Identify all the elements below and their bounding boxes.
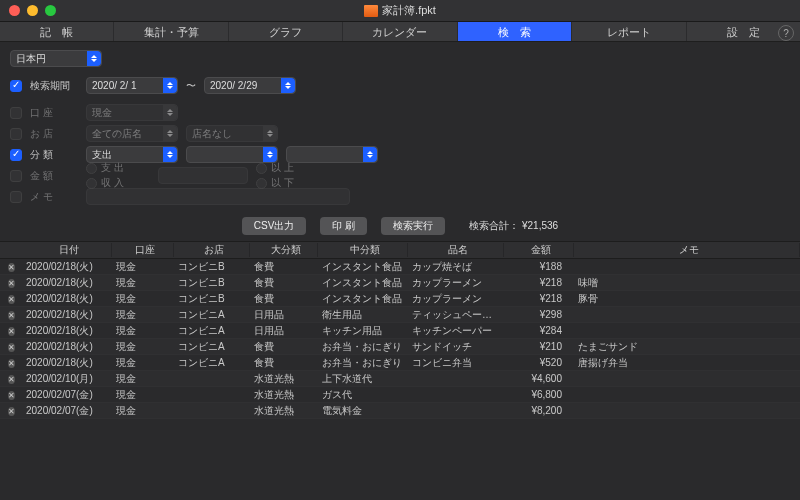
delete-icon[interactable]: ✕ bbox=[8, 375, 15, 384]
table-row[interactable]: ✕2020/02/10(月)現金水道光熱上下水道代¥4,600 bbox=[0, 371, 800, 387]
shop-select[interactable]: 全ての店名 bbox=[86, 125, 178, 142]
tab-calendar[interactable]: カレンダー bbox=[343, 22, 457, 41]
col-amount[interactable]: 金額 bbox=[504, 243, 574, 257]
cell-sub: お弁当・おにぎり bbox=[318, 340, 408, 354]
total-value: ¥21,536 bbox=[522, 220, 558, 231]
cell-shop: コンビニA bbox=[174, 324, 250, 338]
tab-report[interactable]: レポート bbox=[572, 22, 686, 41]
delete-icon[interactable]: ✕ bbox=[8, 295, 15, 304]
date-from-value: 2020/ 2/ 1 bbox=[92, 78, 136, 93]
amount-checkbox[interactable] bbox=[10, 170, 22, 182]
shop-value: 全ての店名 bbox=[92, 126, 160, 141]
app-icon bbox=[364, 5, 378, 17]
minimize-icon[interactable] bbox=[27, 5, 38, 16]
search-total: 検索合計： ¥21,536 bbox=[469, 219, 558, 233]
col-memo[interactable]: メモ bbox=[574, 243, 800, 257]
delete-icon[interactable]: ✕ bbox=[8, 263, 15, 272]
tab-summary[interactable]: 集計・予算 bbox=[114, 22, 228, 41]
delete-icon[interactable]: ✕ bbox=[8, 343, 15, 352]
table-row[interactable]: ✕2020/02/18(火)現金コンビニA日用品衛生用品ティッシュペー…¥298 bbox=[0, 307, 800, 323]
cell-shop: コンビニA bbox=[174, 356, 250, 370]
shop-checkbox[interactable] bbox=[10, 128, 22, 140]
delete-icon[interactable]: ✕ bbox=[8, 327, 15, 336]
memo-checkbox[interactable] bbox=[10, 191, 22, 203]
col-item[interactable]: 品名 bbox=[408, 243, 504, 257]
print-button[interactable]: 印 刷 bbox=[320, 217, 367, 235]
title-text: 家計簿.fpkt bbox=[382, 3, 436, 18]
search-run-button[interactable]: 検索実行 bbox=[381, 217, 445, 235]
delete-icon[interactable]: ✕ bbox=[8, 279, 15, 288]
cell-amount: ¥4,600 bbox=[504, 373, 574, 384]
table-row[interactable]: ✕2020/02/18(火)現金コンビニA日用品キッチン用品キッチンペーパー¥2… bbox=[0, 323, 800, 339]
cell-memo: 唐揚げ弁当 bbox=[574, 356, 800, 370]
cell-sub: 電気料金 bbox=[318, 404, 408, 418]
cell-date: 2020/02/18(火) bbox=[22, 276, 112, 290]
tab-ledger[interactable]: 記 帳 bbox=[0, 22, 114, 41]
results-table: 日付 口座 お店 大分類 中分類 品名 金額 メモ ✕2020/02/18(火)… bbox=[0, 241, 800, 465]
cell-item: キッチンペーパー bbox=[408, 324, 504, 338]
cell-date: 2020/02/18(火) bbox=[22, 340, 112, 354]
main-tabs: 記 帳 集計・予算 グラフ カレンダー 検 索 レポート 設 定 bbox=[0, 22, 800, 42]
account-value: 現金 bbox=[92, 105, 130, 120]
cell-sub: 衛生用品 bbox=[318, 308, 408, 322]
cell-amount: ¥298 bbox=[504, 309, 574, 320]
cell-date: 2020/02/18(火) bbox=[22, 308, 112, 322]
cell-account: 現金 bbox=[112, 388, 174, 402]
account-select[interactable]: 現金 bbox=[86, 104, 178, 121]
currency-select[interactable]: 日本円 bbox=[10, 50, 102, 67]
period-checkbox[interactable] bbox=[10, 80, 22, 92]
amount-input[interactable] bbox=[158, 167, 248, 184]
col-cat[interactable]: 大分類 bbox=[250, 243, 318, 257]
radio-gte-label: 以 上 bbox=[271, 161, 294, 175]
shop-select-2[interactable]: 店名なし bbox=[186, 125, 278, 142]
help-icon[interactable]: ? bbox=[778, 25, 794, 41]
table-row[interactable]: ✕2020/02/18(火)現金コンビニA食費お弁当・おにぎりサンドイッチ¥21… bbox=[0, 339, 800, 355]
cell-cat: 水道光熱 bbox=[250, 372, 318, 386]
table-row[interactable]: ✕2020/02/07(金)現金水道光熱ガス代¥6,800 bbox=[0, 387, 800, 403]
delete-icon[interactable]: ✕ bbox=[8, 311, 15, 320]
table-row[interactable]: ✕2020/02/18(火)現金コンビニA食費お弁当・おにぎりコンビニ弁当¥52… bbox=[0, 355, 800, 371]
chevron-updown-icon bbox=[163, 147, 177, 162]
cell-date: 2020/02/18(火) bbox=[22, 260, 112, 274]
close-icon[interactable] bbox=[9, 5, 20, 16]
cell-sub: キッチン用品 bbox=[318, 324, 408, 338]
csv-button[interactable]: CSV出力 bbox=[242, 217, 307, 235]
delete-icon[interactable]: ✕ bbox=[8, 359, 15, 368]
chevron-updown-icon bbox=[163, 105, 177, 120]
account-checkbox[interactable] bbox=[10, 107, 22, 119]
shop-value-2: 店名なし bbox=[192, 126, 250, 141]
delete-icon[interactable]: ✕ bbox=[8, 391, 15, 400]
category-checkbox[interactable] bbox=[10, 149, 22, 161]
col-account[interactable]: 口座 bbox=[112, 243, 174, 257]
tab-graph[interactable]: グラフ bbox=[229, 22, 343, 41]
cell-item: サンドイッチ bbox=[408, 340, 504, 354]
cell-item: カップラーメン bbox=[408, 276, 504, 290]
cell-amount: ¥520 bbox=[504, 357, 574, 368]
table-row[interactable]: ✕2020/02/07(金)現金水道光熱電気料金¥8,200 bbox=[0, 403, 800, 419]
date-from-input[interactable]: 2020/ 2/ 1 bbox=[86, 77, 178, 94]
maximize-icon[interactable] bbox=[45, 5, 56, 16]
col-sub[interactable]: 中分類 bbox=[318, 243, 408, 257]
date-to-input[interactable]: 2020/ 2/29 bbox=[204, 77, 296, 94]
cell-shop: コンビニB bbox=[174, 260, 250, 274]
cell-account: 現金 bbox=[112, 324, 174, 338]
col-date[interactable]: 日付 bbox=[22, 243, 112, 257]
col-shop[interactable]: お店 bbox=[174, 243, 250, 257]
cell-item: カップ焼そば bbox=[408, 260, 504, 274]
table-row[interactable]: ✕2020/02/18(火)現金コンビニB食費インスタント食品カップ焼そば¥18… bbox=[0, 259, 800, 275]
tab-search[interactable]: 検 索 bbox=[458, 22, 572, 41]
radio-gte[interactable] bbox=[256, 163, 267, 174]
table-row[interactable]: ✕2020/02/18(火)現金コンビニB食費インスタント食品カップラーメン¥2… bbox=[0, 275, 800, 291]
cell-cat: 食費 bbox=[250, 260, 318, 274]
cell-date: 2020/02/18(火) bbox=[22, 292, 112, 306]
cell-sub: インスタント食品 bbox=[318, 276, 408, 290]
radio-expense[interactable] bbox=[86, 163, 97, 174]
table-body[interactable]: ✕2020/02/18(火)現金コンビニB食費インスタント食品カップ焼そば¥18… bbox=[0, 259, 800, 465]
cell-account: 現金 bbox=[112, 292, 174, 306]
cell-cat: 日用品 bbox=[250, 308, 318, 322]
memo-input[interactable] bbox=[86, 188, 350, 205]
total-label: 検索合計： bbox=[469, 220, 519, 231]
cell-cat: 水道光熱 bbox=[250, 388, 318, 402]
table-row[interactable]: ✕2020/02/18(火)現金コンビニB食費インスタント食品カップラーメン¥2… bbox=[0, 291, 800, 307]
delete-icon[interactable]: ✕ bbox=[8, 407, 15, 416]
